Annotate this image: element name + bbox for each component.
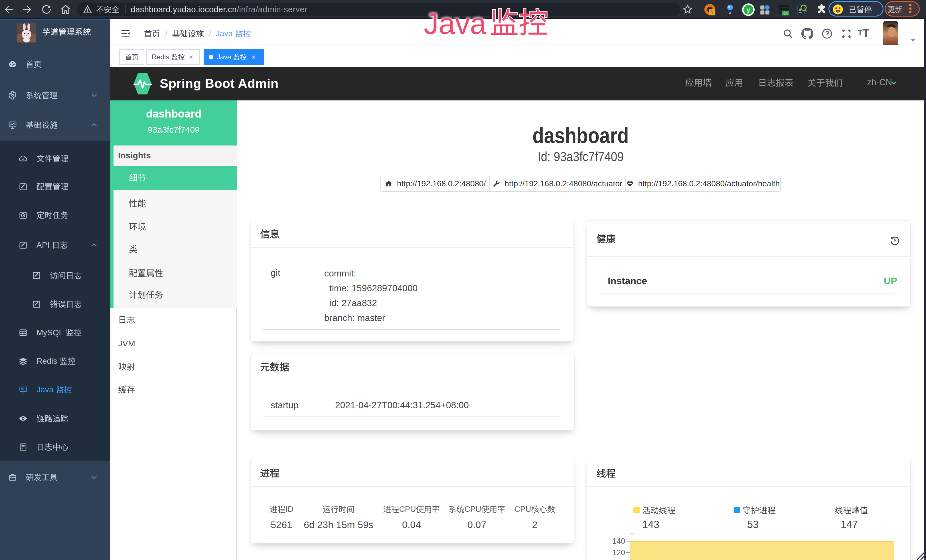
svg-text:y: y — [747, 6, 750, 14]
svg-text:on: on — [784, 11, 788, 15]
svg-text:1: 1 — [711, 10, 714, 15]
